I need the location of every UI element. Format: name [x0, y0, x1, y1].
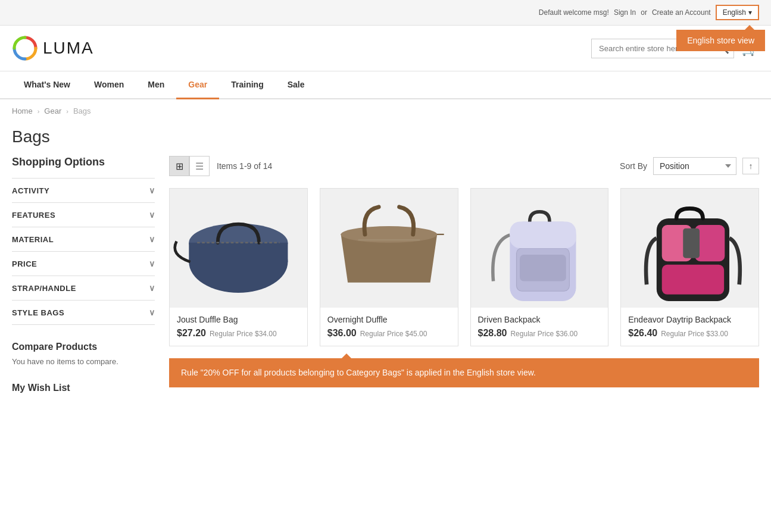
filter-section: ACTIVITY ∨ FEATURES ∨ MATERIAL ∨ PRICE ∨…	[12, 178, 155, 325]
toolbar: ⊞ ☰ Items 1-9 of 14 Sort By Position Pro…	[169, 156, 759, 176]
regular-price-label: Regular Price $36.00	[510, 330, 578, 338]
filter-price[interactable]: PRICE ∨	[12, 252, 155, 276]
nav-men[interactable]: Men	[136, 71, 176, 99]
main-nav: What's New Women Men Gear Training Sale	[0, 71, 771, 99]
main-content: Shopping Options ACTIVITY ∨ FEATURES ∨ M…	[0, 156, 771, 399]
product-info: Overnight Duffle $36.00 Regular Price $4…	[320, 308, 458, 346]
product-name: Joust Duffle Bag	[177, 315, 300, 324]
svg-rect-10	[510, 222, 576, 248]
regular-price-label: Regular Price $33.00	[661, 330, 728, 338]
product-info: Driven Backpack $28.80 Regular Price $36…	[471, 308, 608, 346]
language-wrapper: English ▾ English store view	[716, 5, 759, 20]
product-price: $27.20 Regular Price $34.00	[177, 328, 300, 339]
sidebar: Shopping Options ACTIVITY ∨ FEATURES ∨ M…	[12, 156, 155, 399]
toolbar-left: ⊞ ☰ Items 1-9 of 14	[169, 156, 272, 176]
nav-whats-new[interactable]: What's New	[12, 71, 82, 99]
product-image	[621, 189, 758, 308]
chevron-down-icon: ∨	[149, 186, 155, 195]
grid-view-button[interactable]: ⊞	[169, 156, 189, 176]
current-price: $26.40	[628, 328, 657, 339]
compare-text: You have no items to compare.	[12, 357, 155, 366]
regular-price-label: Regular Price $45.00	[360, 330, 427, 338]
nav-training[interactable]: Training	[219, 71, 275, 99]
product-grid: Joust Duffle Bag $27.20 Regular Price $3…	[169, 188, 759, 346]
language-tooltip: English store view	[676, 30, 765, 51]
chevron-down-icon: ∨	[149, 210, 155, 220]
current-price: $36.00	[327, 328, 357, 339]
product-price: $26.40 Regular Price $33.00	[628, 328, 751, 339]
filter-strap-handle[interactable]: STRAP/HANDLE ∨	[12, 276, 155, 301]
chevron-down-icon: ∨	[149, 234, 155, 244]
product-name: Endeavor Daytrip Backpack	[628, 315, 751, 324]
product-image	[471, 189, 608, 308]
product-price: $36.00 Regular Price $45.00	[327, 328, 451, 339]
product-info: Endeavor Daytrip Backpack $26.40 Regular…	[621, 308, 758, 346]
list-view-button[interactable]: ☰	[189, 156, 210, 176]
breadcrumb-chevron-2: ›	[66, 108, 68, 115]
filter-style-bags[interactable]: STYLE BAGS ∨	[12, 301, 155, 325]
sign-in-link[interactable]: Sign In	[614, 8, 636, 17]
product-name: Overnight Duffle	[327, 315, 451, 324]
nav-gear[interactable]: Gear	[176, 71, 219, 99]
svg-rect-3	[189, 243, 288, 262]
breadcrumb-gear[interactable]: Gear	[44, 107, 61, 115]
product-card[interactable]: Joust Duffle Bag $27.20 Regular Price $3…	[169, 188, 308, 346]
products-area: ⊞ ☰ Items 1-9 of 14 Sort By Position Pro…	[169, 156, 759, 399]
svg-rect-9	[520, 255, 566, 281]
nav-women[interactable]: Women	[82, 71, 136, 99]
logo-icon	[12, 35, 38, 61]
logo[interactable]: LUMA	[12, 35, 94, 61]
filter-activity[interactable]: ACTIVITY ∨	[12, 179, 155, 203]
welcome-message: Default welcome msg!	[539, 8, 609, 17]
current-price: $27.20	[177, 328, 206, 339]
breadcrumb-current: Bags	[73, 107, 91, 115]
sort-ascending-button[interactable]: ↑	[742, 158, 759, 174]
breadcrumb: Home › Gear › Bags	[0, 99, 771, 123]
chevron-down-icon: ∨	[149, 308, 155, 317]
top-bar: Default welcome msg! Sign In or Create a…	[0, 0, 771, 26]
product-card[interactable]: Overnight Duffle $36.00 Regular Price $4…	[320, 188, 458, 346]
compare-title: Compare Products	[12, 342, 155, 352]
items-count: Items 1-9 of 14	[217, 161, 272, 171]
current-price: $28.80	[478, 328, 507, 339]
site-header: LUMA 🔍 🛒	[0, 26, 771, 71]
product-price: $28.80 Regular Price $36.00	[478, 328, 601, 339]
or-separator: or	[641, 8, 647, 17]
product-card[interactable]: Driven Backpack $28.80 Regular Price $36…	[470, 188, 609, 346]
sort-select[interactable]: Position Product Name Price	[653, 157, 736, 175]
view-buttons: ⊞ ☰	[169, 156, 210, 176]
filter-features[interactable]: FEATURES ∨	[12, 203, 155, 227]
logo-text: LUMA	[43, 39, 94, 58]
chevron-down-icon: ∨	[149, 259, 155, 268]
sort-label: Sort By	[620, 161, 647, 171]
regular-price-label: Regular Price $34.00	[210, 330, 277, 338]
compare-section: Compare Products You have no items to co…	[12, 342, 155, 366]
product-info: Joust Duffle Bag $27.20 Regular Price $3…	[170, 308, 307, 346]
toolbar-right: Sort By Position Product Name Price ↑	[620, 157, 759, 175]
product-name: Driven Backpack	[478, 315, 601, 324]
filter-material[interactable]: MATERIAL ∨	[12, 227, 155, 252]
page-title: Bags	[0, 123, 771, 156]
chevron-down-icon: ∨	[149, 283, 155, 293]
create-account-link[interactable]: Create an Account	[652, 8, 711, 17]
sidebar-title: Shopping Options	[12, 156, 155, 168]
breadcrumb-chevron-1: ›	[38, 108, 40, 115]
wishlist-section: My Wish List	[12, 383, 155, 393]
svg-rect-14	[662, 265, 724, 295]
product-image	[170, 189, 307, 308]
notification-banner: Rule "20% OFF for all products belonging…	[169, 358, 759, 387]
notification-text: Rule "20% OFF for all products belonging…	[181, 368, 536, 377]
language-button[interactable]: English ▾	[716, 5, 759, 20]
product-card[interactable]: Endeavor Daytrip Backpack $26.40 Regular…	[620, 188, 759, 346]
svg-rect-15	[683, 229, 700, 258]
wishlist-title: My Wish List	[12, 383, 155, 393]
breadcrumb-home[interactable]: Home	[12, 107, 33, 115]
product-image	[320, 189, 458, 308]
nav-sale[interactable]: Sale	[276, 71, 317, 99]
